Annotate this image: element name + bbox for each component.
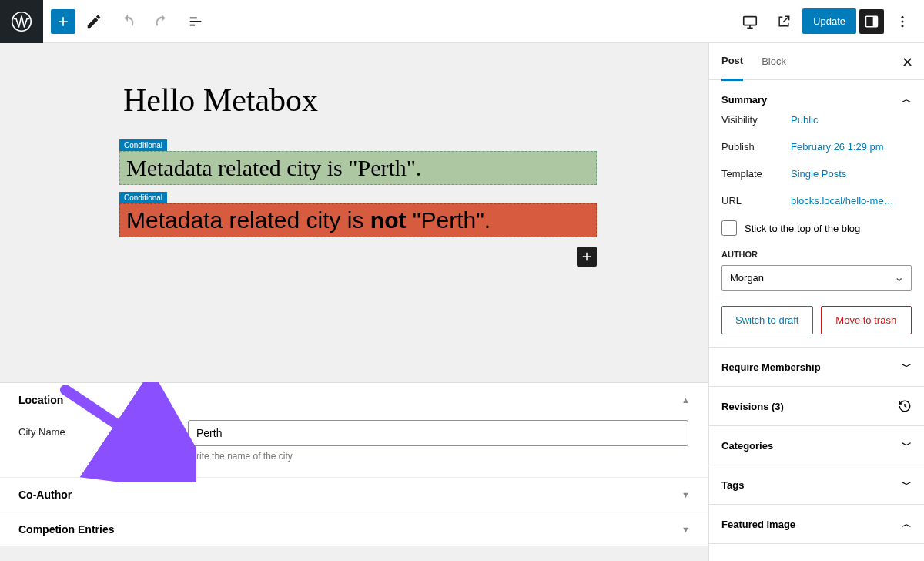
metabox-competion-header[interactable]: Competion Entries ▼ <box>0 512 708 546</box>
update-button[interactable]: Update <box>802 8 856 34</box>
view-post-icon[interactable] <box>768 6 799 37</box>
settings-panel-toggle-icon[interactable] <box>859 9 884 34</box>
url-label: URL <box>721 195 791 207</box>
undo-icon <box>112 6 143 37</box>
tab-post[interactable]: Post <box>721 43 743 81</box>
svg-point-5 <box>902 20 904 22</box>
chevron-up-icon: ︿ <box>902 92 912 106</box>
close-icon[interactable]: ✕ <box>902 54 913 71</box>
svg-rect-3 <box>873 16 878 26</box>
chevron-down-icon: ﹀ <box>902 360 912 374</box>
chevron-down-icon: ﹀ <box>902 478 912 492</box>
wordpress-logo[interactable] <box>0 0 43 43</box>
move-to-trash-button[interactable]: Move to trash <box>821 306 912 334</box>
city-name-input[interactable] <box>188 420 688 446</box>
history-icon <box>898 399 912 413</box>
author-heading: AUTHOR <box>721 250 912 259</box>
caret-up-icon: ▲ <box>681 395 690 405</box>
caret-down-icon: ▼ <box>681 490 690 499</box>
panel-featured-image[interactable]: Featured image ︿ <box>709 505 924 544</box>
switch-to-draft-button[interactable]: Switch to draft <box>721 306 813 334</box>
post-title[interactable]: Hello Metabox <box>123 82 708 119</box>
svg-point-6 <box>902 25 904 27</box>
conditional-block-true[interactable]: Metadata related city is "Perth". <box>119 151 597 185</box>
panel-categories[interactable]: Categories ﹀ <box>709 426 924 465</box>
svg-rect-1 <box>744 16 757 25</box>
city-name-label: City Name <box>18 420 188 438</box>
tab-block[interactable]: Block <box>762 43 786 79</box>
redo-icon <box>146 6 177 37</box>
publish-value[interactable]: February 26 1:29 pm <box>791 141 884 153</box>
url-value[interactable]: blocks.local/hello-me… <box>791 195 894 207</box>
conditional-block-label: Conditional <box>119 192 167 203</box>
chevron-up-icon: ︿ <box>902 517 912 531</box>
caret-down-icon: ▼ <box>681 525 690 534</box>
stick-top-input[interactable] <box>721 220 737 236</box>
metabox-location: Location ▲ City Name Write the name of t… <box>0 383 708 478</box>
template-value[interactable]: Single Posts <box>791 168 846 180</box>
stick-top-label: Stick to the top of the blog <box>745 223 860 234</box>
summary-panel-header[interactable]: Summary ︿ <box>721 92 912 106</box>
visibility-label: Visibility <box>721 114 791 126</box>
template-label: Template <box>721 168 791 180</box>
svg-point-0 <box>12 12 32 31</box>
stick-top-checkbox[interactable]: Stick to the top of the blog <box>721 214 912 245</box>
publish-label: Publish <box>721 141 791 153</box>
preview-desktop-icon[interactable] <box>735 6 765 37</box>
panel-revisions[interactable]: Revisions (3) <box>709 387 924 426</box>
metabox-coauthor-header[interactable]: Co-Author ▼ <box>0 478 708 512</box>
conditional-block-label: Conditional <box>119 139 167 151</box>
metabox-location-header[interactable]: Location ▲ <box>0 383 708 417</box>
add-block-button[interactable] <box>51 9 75 34</box>
conditional-block-false[interactable]: Metadata related city is not "Perth". <box>119 203 597 237</box>
city-name-description: Write the name of the city <box>188 451 688 462</box>
edit-mode-icon[interactable] <box>79 6 109 37</box>
panel-require-membership[interactable]: Require Membership ﹀ <box>709 348 924 387</box>
document-outline-icon[interactable] <box>180 6 211 37</box>
svg-point-4 <box>902 15 904 18</box>
chevron-down-icon: ﹀ <box>902 438 912 452</box>
more-options-icon[interactable] <box>887 6 918 37</box>
add-block-inline-button[interactable] <box>577 247 597 267</box>
author-select[interactable]: Morgan <box>721 265 912 291</box>
panel-tags[interactable]: Tags ﹀ <box>709 465 924 505</box>
visibility-value[interactable]: Public <box>791 114 818 126</box>
